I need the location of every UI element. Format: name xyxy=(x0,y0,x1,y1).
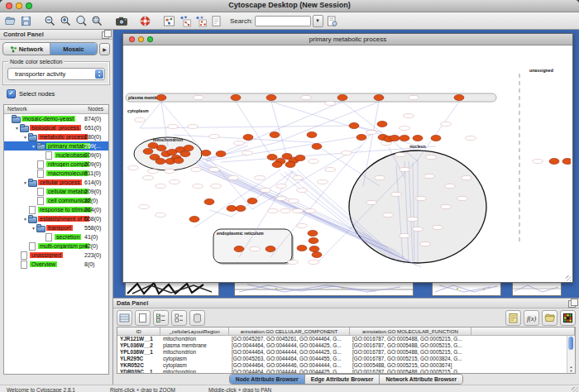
network-node-label[interactable] xyxy=(191,167,202,171)
network-node-label[interactable] xyxy=(366,200,377,204)
network-node[interactable] xyxy=(549,158,559,164)
matrix-view-button[interactable] xyxy=(560,310,576,326)
zoom-in-button[interactable] xyxy=(59,14,73,28)
table-row[interactable]: YJR121W__1mitochondrion[GO:0045267, GO:0… xyxy=(117,336,575,342)
network-node-label[interactable] xyxy=(280,208,291,213)
network-node[interactable] xyxy=(227,205,237,211)
float-panel-icon[interactable] xyxy=(568,300,576,308)
network-edge[interactable] xyxy=(206,102,342,160)
network-edge[interactable] xyxy=(312,142,380,186)
network-node-label[interactable] xyxy=(400,126,410,130)
tab-overflow-button[interactable]: ▶ xyxy=(99,43,110,55)
network-node[interactable] xyxy=(431,135,441,141)
tree-row[interactable]: ▼cellular process614(0) xyxy=(4,178,108,187)
network-node-label[interactable] xyxy=(261,188,271,192)
window-resize-grip[interactable] xyxy=(566,275,572,281)
tab-network-attribute-browser[interactable]: Network Attribute Browser xyxy=(379,375,462,384)
network-node-label[interactable] xyxy=(400,167,410,171)
network-node-label[interactable] xyxy=(209,134,220,138)
network-node-label[interactable] xyxy=(342,151,352,155)
tree-row[interactable]: ▼transport558(0) xyxy=(4,223,108,232)
tree-expander-icon[interactable]: ▼ xyxy=(14,126,20,131)
network-node-label[interactable] xyxy=(135,117,146,122)
layout-button-1[interactable] xyxy=(178,14,192,28)
network-node-label[interactable] xyxy=(366,130,377,134)
app-resize-grip[interactable] xyxy=(572,387,578,392)
tree-row[interactable]: ▼primary metabo209(... xyxy=(4,141,108,151)
network-edge[interactable] xyxy=(209,210,232,217)
network-node[interactable] xyxy=(156,158,165,164)
network-node-label[interactable] xyxy=(533,159,543,163)
network-node[interactable] xyxy=(243,134,253,140)
network-node-label[interactable] xyxy=(325,167,336,171)
table-scrollbar[interactable]: ▲▼ xyxy=(567,336,575,373)
network-node[interactable] xyxy=(234,246,244,251)
network-node[interactable] xyxy=(201,150,211,155)
network-node-label[interactable] xyxy=(228,175,239,179)
network-edge[interactable] xyxy=(140,102,161,128)
network-node[interactable] xyxy=(266,94,276,100)
network-node-label[interactable] xyxy=(293,175,304,179)
network-node-label[interactable] xyxy=(413,227,423,231)
help-button[interactable] xyxy=(138,14,152,28)
network-node[interactable] xyxy=(143,148,153,154)
network-node[interactable] xyxy=(184,145,194,151)
network-node-label[interactable] xyxy=(156,184,166,188)
network-view-window[interactable]: primary metabolic process plasma membran… xyxy=(122,33,573,283)
column-header[interactable]: _cellularLayoutRegion xyxy=(160,327,229,336)
network-node-label[interactable] xyxy=(156,213,166,217)
tree-row[interactable]: cell communicat22(0) xyxy=(4,196,108,205)
snapshot-button[interactable] xyxy=(114,14,128,28)
network-node-label[interactable] xyxy=(441,122,452,126)
network-node-label[interactable] xyxy=(234,141,245,145)
network-node-label[interactable] xyxy=(276,196,287,200)
network-node[interactable] xyxy=(454,94,464,100)
zoom-selected-button[interactable] xyxy=(90,14,104,28)
network-node[interactable] xyxy=(295,155,305,160)
network-node[interactable] xyxy=(390,135,400,141)
attribute-select-button[interactable] xyxy=(117,310,132,326)
tree-expander-icon[interactable]: ▼ xyxy=(31,226,36,231)
new-attribute-button[interactable] xyxy=(135,310,151,326)
search-input[interactable] xyxy=(255,16,311,26)
network-node[interactable] xyxy=(309,246,319,251)
network-node-label[interactable] xyxy=(375,175,385,179)
tree-row[interactable]: ▼metabolic process280(0) xyxy=(4,132,108,141)
network-node-label[interactable] xyxy=(148,169,159,173)
node-color-dropdown[interactable]: transporter activity ▲▼ xyxy=(7,68,105,80)
network-node[interactable] xyxy=(413,135,423,141)
network-node-label[interactable] xyxy=(309,159,319,163)
network-node[interactable] xyxy=(312,251,322,257)
app-titlebar[interactable]: Cytoscape Desktop (New Session) xyxy=(0,0,579,12)
network-node-label[interactable] xyxy=(293,208,304,213)
table-row[interactable]: YPL036W__1mitochondrion[GO:0044464, GO:0… xyxy=(117,349,575,356)
network-node[interactable] xyxy=(309,237,318,243)
network-node[interactable] xyxy=(216,151,226,156)
tree-expander-icon[interactable]: ▼ xyxy=(22,180,28,185)
network-node[interactable] xyxy=(270,131,280,137)
network-node-label[interactable] xyxy=(194,95,204,99)
select-nodes-checkbox[interactable]: ✓ xyxy=(7,89,16,98)
network-node-label[interactable] xyxy=(193,184,203,188)
network-node-label[interactable] xyxy=(409,95,419,99)
network-node-label[interactable] xyxy=(426,155,437,159)
tree-expander-icon[interactable]: ▼ xyxy=(22,135,28,140)
background-window-fragment[interactable] xyxy=(512,281,562,296)
tree-row[interactable]: multi-organism pro42(0) xyxy=(4,241,108,251)
network-edge[interactable] xyxy=(418,102,459,160)
attribute-batch-button[interactable] xyxy=(505,310,521,326)
network-node-label[interactable] xyxy=(445,184,456,188)
formula-button[interactable]: f(x) xyxy=(524,310,539,326)
tab-node-attribute-browser[interactable]: Node Attribute Browser xyxy=(230,375,304,384)
network-node[interactable] xyxy=(156,94,166,100)
network-node-label[interactable] xyxy=(408,217,419,221)
network-node-label[interactable] xyxy=(395,152,406,156)
tab-network[interactable]: Network xyxy=(3,43,50,55)
network-node-label[interactable] xyxy=(391,192,402,196)
network-node-label[interactable] xyxy=(276,184,287,188)
network-node-label[interactable] xyxy=(383,213,394,217)
network-node[interactable] xyxy=(562,158,571,164)
network-node[interactable] xyxy=(231,94,241,100)
network-node-label[interactable] xyxy=(441,204,452,208)
network-node-label[interactable] xyxy=(420,241,431,246)
